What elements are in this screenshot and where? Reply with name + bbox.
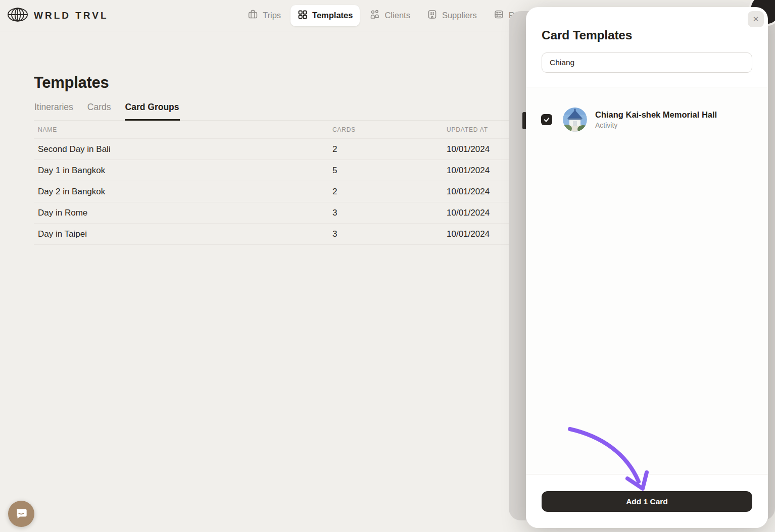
result-texts: Chiang Kai-shek Memorial Hall Activity (595, 110, 717, 129)
main-nav: Trips Templates (240, 5, 522, 26)
nav-item-label: Clients (384, 11, 410, 20)
nav-item-label: Trips (263, 11, 281, 20)
result-subtitle: Activity (595, 121, 717, 129)
brand: WRLD TRVL (7, 7, 109, 24)
nav-item-suppliers[interactable]: Suppliers (420, 5, 484, 26)
result-title: Chiang Kai-shek Memorial Hall (595, 110, 717, 120)
tab-itineraries[interactable]: Itineraries (34, 101, 74, 120)
grid-icon (298, 10, 308, 22)
tab-card-groups[interactable]: Card Groups (125, 101, 180, 120)
search-results-list: Chiang Kai-shek Memorial Hall Activity (526, 87, 768, 474)
panel-header: ✕ Card Templates (526, 7, 768, 87)
nav-item-trips[interactable]: Trips (240, 5, 288, 26)
chat-launcher-button[interactable] (8, 501, 34, 527)
reports-icon (494, 9, 504, 22)
card-search-input[interactable] (542, 52, 752, 73)
nav-item-label: Suppliers (442, 11, 477, 20)
tab-cards[interactable]: Cards (87, 101, 112, 120)
panel-footer: Add 1 Card (526, 474, 768, 528)
brand-name: WRLD TRVL (34, 10, 109, 21)
column-header-name: NAME (34, 126, 332, 133)
people-icon (369, 9, 380, 22)
nav-item-label: Templates (312, 11, 353, 20)
panel-title: Card Templates (542, 28, 752, 42)
globe-icon (7, 7, 28, 24)
card-templates-panel: ✕ Card Templates (526, 7, 768, 528)
briefcase-icon (248, 9, 258, 22)
result-thumbnail (563, 108, 587, 132)
building-icon (427, 9, 438, 22)
column-header-cards: CARDS (332, 126, 447, 133)
nav-item-templates[interactable]: Templates (290, 5, 360, 26)
close-icon[interactable]: ✕ (748, 11, 764, 27)
result-checkbox-checked[interactable] (541, 114, 552, 125)
nav-item-clients[interactable]: Clients (362, 5, 417, 26)
chat-bubble-icon (15, 507, 28, 521)
add-card-button[interactable]: Add 1 Card (542, 491, 752, 512)
list-item[interactable]: Chiang Kai-shek Memorial Hall Activity (541, 108, 753, 132)
